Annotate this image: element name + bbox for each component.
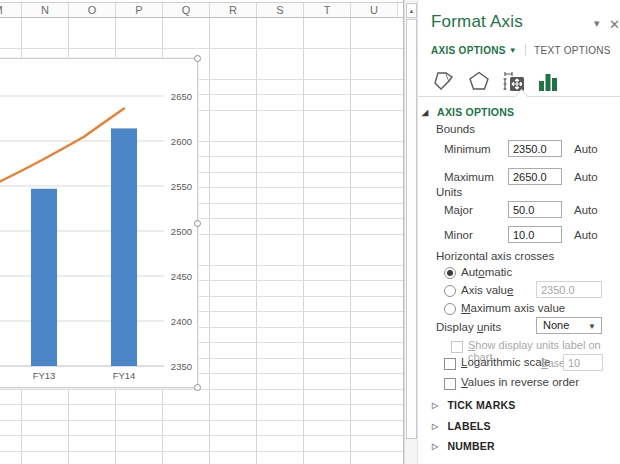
scrollbar-thumb[interactable] [406,19,417,439]
chart-resize-handle-top-right[interactable] [194,55,201,62]
automatic-radio-label[interactable]: Automatic [461,266,512,278]
minimum-label: Minimum [444,143,491,155]
column-header-T[interactable]: T [304,3,351,17]
section-tick-marks[interactable]: ▷ TICK MARKS [432,399,515,411]
axis-value-radio[interactable] [444,285,456,297]
display-units-value: None [543,319,569,331]
column-header-Q[interactable]: Q [163,3,210,17]
value-axis-tick-label: 2400 [171,316,192,327]
minimum-auto-button[interactable]: Auto [574,143,598,155]
tab-text-options[interactable]: TEXT OPTIONS [534,45,611,56]
value-axis-tick-label: 2500 [171,226,192,237]
display-units-dropdown[interactable]: None ▼ [536,317,602,334]
pane-icon-tabs [432,63,559,93]
expand-triangle-icon: ▷ [432,422,438,431]
column-header-S[interactable]: S [257,3,304,17]
logarithmic-scale-checkbox[interactable] [444,358,456,370]
column-header-U[interactable]: U [351,3,398,17]
vertical-scrollbar[interactable]: ▲ [404,0,417,464]
combo-chart[interactable]: 2350240024502500255026002650FY13FY14 [0,59,199,389]
column-header-M[interactable]: M [0,3,22,17]
section-labels[interactable]: ▷ LABELS [432,420,491,432]
pane-close-icon[interactable]: ✕ [609,17,620,32]
values-in-reverse-order-checkbox[interactable] [444,378,456,390]
value-axis-tick-label: 2600 [171,136,192,147]
column-header-P[interactable]: P [116,3,163,17]
axis-value-input[interactable] [536,281,602,298]
maximum-axis-value-radio-label[interactable]: Maximum axis value [461,302,565,314]
maximum-input[interactable] [508,168,562,185]
value-axis-tick-label: 2650 [171,91,192,102]
tab-axis-options[interactable]: AXIS OPTIONS ▼ [431,45,517,56]
display-units-label: Display units [436,321,501,333]
chevron-down-icon: ▼ [509,46,517,55]
values-in-reverse-order-label[interactable]: Values in reverse order [461,376,579,388]
collapse-triangle-icon: ◢ [422,108,428,117]
base-input[interactable] [563,354,603,371]
maximum-label: Maximum [444,171,494,183]
value-axis-tick-label: 2550 [171,181,192,192]
expand-triangle-icon: ▷ [432,442,438,451]
units-label: Units [436,186,462,198]
pane-tabs: AXIS OPTIONS ▼TEXT OPTIONS [431,44,611,56]
major-input[interactable] [508,201,562,218]
tab-separator [525,44,526,56]
axis-value-radio-label[interactable]: Axis value [461,284,513,296]
maximum-axis-value-radio[interactable] [444,303,456,315]
minimum-input[interactable] [508,140,562,157]
section-number[interactable]: ▷ NUMBER [432,440,495,452]
fill-line-icon[interactable] [432,69,456,93]
line-series[interactable] [0,109,124,192]
pane-options-dropdown-icon[interactable]: ▾ [594,17,600,30]
effects-icon[interactable] [467,69,491,93]
expand-triangle-icon: ▷ [432,401,438,410]
minor-label: Minor [444,229,473,241]
chart-resize-handle-bottom-right[interactable] [194,384,201,391]
section-axis-options[interactable]: ◢ AXIS OPTIONS [422,106,514,118]
minor-auto-button[interactable]: Auto [574,229,598,241]
logarithmic-scale-label[interactable]: Logarithmic scale [461,356,551,368]
excel-window: MNOPQRSTU 2350240024502500255026002650FY… [0,0,620,464]
horizontal-axis-crosses-label: Horizontal axis crosses [436,250,554,262]
maximum-auto-button[interactable]: Auto [574,171,598,183]
minor-input[interactable] [508,226,562,243]
dropdown-arrow-icon: ▼ [588,319,596,334]
column-header-O[interactable]: O [69,3,116,17]
pane-title: Format Axis [431,12,523,32]
category-axis-label: FY13 [33,370,56,381]
show-display-units-checkbox[interactable] [451,341,463,353]
value-axis-tick-label: 2350 [171,361,192,372]
column-header-R[interactable]: R [210,3,257,17]
major-label: Major [444,204,473,216]
format-axis-pane: Format Axis ▾ ✕ AXIS OPTIONS ▼TEXT OPTIO… [417,0,620,464]
value-axis-tick-label: 2450 [171,271,192,282]
scroll-up-icon[interactable]: ▲ [406,3,417,18]
chart-object[interactable]: 2350240024502500255026002650FY13FY14 [0,58,198,388]
worksheet[interactable]: MNOPQRSTU 2350240024502500255026002650FY… [0,0,405,464]
axis-options-chart-icon[interactable] [537,69,559,93]
bounds-label: Bounds [436,123,475,135]
column-header-N[interactable]: N [22,3,69,17]
major-auto-button[interactable]: Auto [574,204,598,216]
bar-FY13[interactable] [31,189,57,366]
column-header-row: MNOPQRSTU [0,3,405,17]
automatic-radio[interactable] [444,267,456,279]
chart-resize-handle-middle-right[interactable] [194,220,201,227]
base-label: Base [541,357,565,369]
bar-FY14[interactable] [111,128,137,366]
category-axis-label: FY14 [113,370,136,381]
